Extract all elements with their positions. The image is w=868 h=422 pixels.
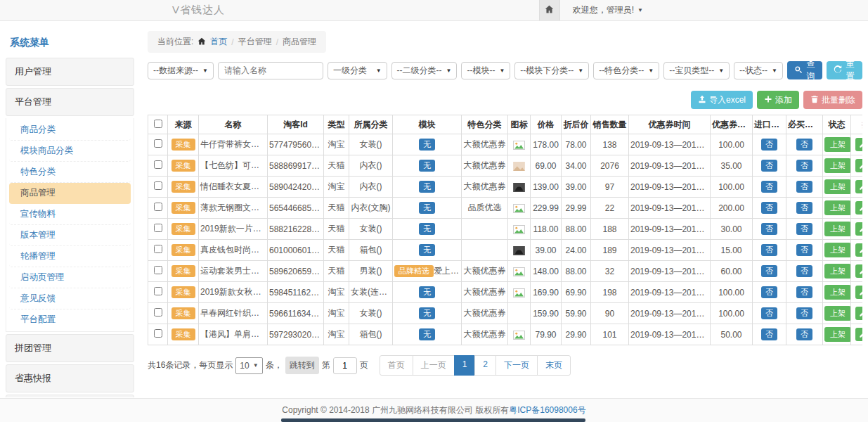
filter-select[interactable]: --二级分类--▼ [391,62,458,79]
name-search-input[interactable] [218,62,323,79]
import-excel-button[interactable]: 导入excel [691,91,753,109]
home-button[interactable] [539,0,560,20]
sidebar-subitem[interactable]: 商品分类 [9,120,131,141]
status-toggle-button[interactable]: 上架 [824,179,851,194]
status-toggle-button[interactable]: 上架 [824,264,851,279]
import-optimal-badge[interactable]: 否 [761,139,777,151]
sidebar-item[interactable]: 拼团管理 [6,334,134,362]
row-checkbox[interactable] [154,266,162,274]
pager-button[interactable]: 末页 [537,355,571,376]
status-toggle-button[interactable]: 上架 [824,222,851,236]
row-checkbox[interactable] [154,308,162,316]
per-page-select[interactable]: 10 ▼ [235,357,262,374]
source-badge: 采集 [171,244,195,256]
filter-select[interactable]: --模块下分类--▼ [514,62,589,79]
sidebar-item[interactable]: 用户管理 [6,58,134,86]
batch-delete-button[interactable]: 批量删除 [803,91,862,109]
sidebar-subitem[interactable]: 模块商品分类 [9,141,131,162]
row-checkbox[interactable] [154,203,162,211]
filter-select-value: --状态-- [739,65,767,77]
row-checkbox[interactable] [154,329,162,338]
must-buy-badge[interactable]: 否 [796,223,812,235]
must-buy-badge[interactable]: 否 [796,265,812,277]
status-toggle-button[interactable]: 上架 [824,137,851,152]
sidebar-subitem[interactable]: 意见反馈 [9,288,131,309]
status-toggle-button[interactable]: 上架 [824,158,851,173]
row-checkbox[interactable] [154,139,162,148]
filter-select[interactable]: --宝贝类型--▼ [663,62,730,79]
import-optimal-badge[interactable]: 否 [761,307,777,319]
edit-button[interactable] [855,180,862,193]
trash-icon [810,95,819,106]
status-toggle-button[interactable]: 上架 [824,327,851,342]
row-checkbox[interactable] [154,181,162,190]
row-checkbox[interactable] [154,160,162,169]
row-checkbox[interactable] [154,245,162,253]
reset-button[interactable]: 重置 [827,61,862,79]
import-optimal-badge[interactable]: 否 [761,244,777,256]
sidebar-subitem[interactable]: 特色分类 [9,162,131,183]
import-optimal-badge[interactable]: 否 [761,181,777,193]
user-menu[interactable]: 欢迎您，管理员! ▼ [573,4,643,16]
edit-button[interactable] [855,243,862,257]
horizontal-scrollbar-thumb[interactable] [281,418,585,422]
sidebar-subitem[interactable]: 轮播管理 [9,246,131,267]
import-optimal-badge[interactable]: 否 [761,328,777,340]
filter-select[interactable]: --数据来源--▼ [148,62,214,79]
must-buy-badge[interactable]: 否 [796,202,812,214]
must-buy-badge[interactable]: 否 [796,181,812,193]
pager-button[interactable]: 上一页 [413,355,455,376]
sidebar-item[interactable]: 省惠快报 [6,364,134,392]
sidebar-subitem[interactable]: 平台配置 [9,309,131,330]
row-checkbox[interactable] [154,224,162,232]
edit-button[interactable] [855,201,862,215]
status-toggle-button[interactable]: 上架 [824,200,851,215]
search-button[interactable]: 查询 [787,61,823,79]
cell-source: 采集 [168,177,199,198]
sidebar-subitem[interactable]: 宣传物料 [9,204,131,225]
icp-link[interactable]: 粤ICP备16098006号 [509,404,585,416]
status-toggle-button[interactable]: 上架 [824,243,851,257]
row-checkbox[interactable] [154,287,162,295]
must-buy-badge[interactable]: 否 [796,286,812,298]
jump-button[interactable]: 跳转到 [285,357,319,374]
filter-select[interactable]: --状态--▼ [734,62,783,79]
select-all-checkbox[interactable] [154,120,162,128]
edit-button[interactable] [855,138,862,151]
breadcrumb-home-link[interactable]: 首页 [210,36,227,48]
must-buy-badge[interactable]: 否 [796,139,812,151]
import-optimal-badge[interactable]: 否 [761,202,777,214]
must-buy-badge[interactable]: 否 [796,244,812,256]
pager-button[interactable]: 2 [474,355,496,376]
status-toggle-button[interactable]: 上架 [824,285,851,300]
filter-select[interactable]: --特色分类--▼ [593,62,659,79]
filter-select[interactable]: --模块--▼ [461,62,510,79]
pager-button[interactable]: 1 [454,355,476,376]
add-button[interactable]: 添加 [757,91,799,109]
sidebar-subitem[interactable]: 启动页管理 [9,267,131,288]
status-toggle-button[interactable]: 上架 [824,306,851,321]
pager-button[interactable]: 首页 [380,355,413,376]
import-optimal-badge[interactable]: 否 [761,160,777,172]
sidebar-subitem[interactable]: 版本管理 [9,225,131,246]
filter-select[interactable]: 一级分类▼ [328,62,387,79]
sidebar-subitem-active[interactable]: 商品管理 [9,183,131,204]
page-number-input[interactable] [333,357,357,374]
edit-button[interactable] [855,159,862,172]
edit-button[interactable] [855,222,862,236]
pager-button[interactable]: 下一页 [495,355,538,376]
import-optimal-badge[interactable]: 否 [761,286,777,298]
edit-button[interactable] [855,264,862,278]
import-optimal-badge[interactable]: 否 [761,265,777,277]
must-buy-badge[interactable]: 否 [796,160,812,172]
cell-coupon-time: 2019-09-13—2019-09-15 [629,261,711,282]
must-buy-badge[interactable]: 否 [796,307,812,319]
import-optimal-badge[interactable]: 否 [761,223,777,235]
cell-coupon-time: 2019-09-13—2019-09-19 [629,219,711,240]
edit-button[interactable] [855,328,862,341]
sidebar-item[interactable]: 平台管理 [6,88,134,116]
must-buy-badge[interactable]: 否 [796,328,812,340]
edit-button[interactable] [855,307,862,320]
edit-button[interactable] [855,286,862,299]
sidebar-item[interactable]: 消息管理 [6,395,134,397]
